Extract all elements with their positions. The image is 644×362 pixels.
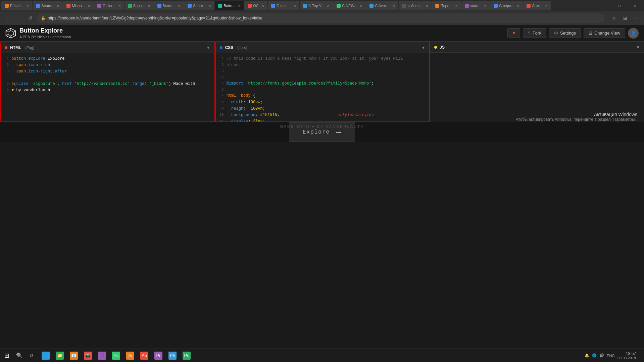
tab-close-4[interactable]: ✕ [148,4,150,8]
js-chevron-icon[interactable]: ▼ [636,45,640,50]
browser-tab-bar: Editab...✕Searc...✕Mishu...✕Galler...✕Sq… [0,0,644,11]
refresh-button[interactable]: ↺ [26,13,35,23]
tab-close-11[interactable]: ✕ [360,4,362,8]
forward-button[interactable]: › [14,13,23,23]
view-icon: ⊟ [589,31,592,36]
tab-close-17[interactable]: ✕ [545,4,548,8]
tab-close-5[interactable]: ✕ [178,4,181,8]
css-line-4: 4 [216,74,430,81]
taskbar-item-aftereffects[interactable]: Ae [138,349,151,362]
browser-tab-15[interactable]: state...✕ [461,1,490,10]
windows-activation: Активация Windows Чтобы активировать Win… [515,112,637,122]
tab-close-7[interactable]: ✕ [238,4,241,8]
tray-volume[interactable]: 🔊 [599,353,604,358]
win-activation-sub: Чтобы активировать Windows, перейдите в … [515,117,637,122]
tab-close-13[interactable]: ✕ [426,4,428,8]
back-button[interactable]: ‹ [3,13,12,23]
taskbar-item-photoshop2[interactable]: Ps [180,349,193,362]
start-button[interactable]: ⊞ [0,349,13,362]
win-activation-title: Активация Windows [515,112,637,117]
tab-close-14[interactable]: ✕ [455,4,458,8]
tab-close-1[interactable]: ✕ [57,4,59,8]
codepen-icon [5,28,16,39]
taskbar-item-ie[interactable]: 🌐 [39,349,52,362]
browser-tab-17[interactable]: Дом...✕ [523,1,551,10]
css-code-area[interactable]: 1// this code is such a mess right now !… [216,53,430,121]
tab-close-6[interactable]: ✕ [208,4,211,8]
browser-tab-6[interactable]: Searc...✕ [184,1,214,10]
js-panel: JS ▼ [430,42,644,122]
taskbar-item-files[interactable]: 📁 [53,349,66,362]
tab-close-10[interactable]: ✕ [327,4,330,8]
taskbar-item-illustrator[interactable]: Ai [123,349,137,362]
html-line-2: 2 span.icon-right [1,62,214,68]
star-button[interactable]: ☆ [609,13,618,23]
browser-tab-7[interactable]: Butto...✕ [215,1,244,10]
tray-notifications[interactable]: 🔔 [585,353,589,358]
browser-tab-10[interactable]: © Top V...✕ [300,1,333,10]
change-view-button[interactable]: ⊟ Change View [584,28,625,38]
avatar[interactable]: 👤 [628,28,639,39]
css-line-3: 3 [216,68,430,74]
browser-tab-2[interactable]: Mishu...✕ [63,1,94,10]
css-chevron-icon[interactable]: ▼ [421,45,425,50]
browser-tab-8[interactable]: OC✕ [244,1,267,10]
maximize-button[interactable]: □ [612,0,627,11]
html-line-1: 1button.explore Explore [1,56,214,62]
html-code-area[interactable]: 1button.explore Explore2 span.icon-right… [1,53,214,121]
tab-favicon-10 [303,4,307,8]
css-lang-label: CSS [225,45,234,50]
browser-tab-4[interactable]: Squa...✕ [125,1,154,10]
browser-tab-9[interactable]: G ratin...✕ [268,1,299,10]
task-view-button[interactable]: ⧉ [26,349,38,362]
settings-button[interactable]: ⚙ Settings [549,28,581,38]
tab-favicon-2 [66,4,70,8]
html-line-4: 4 [1,75,214,81]
browser-controls: ‹ › ↺ 🔒 https://codepen.io/vanderlanth/p… [0,11,644,25]
svg-line-6 [13,34,15,36]
preview-area: Explore ⟶ MADE WITH ♥ BY VANDERLANTH Акт… [0,122,644,142]
close-button[interactable]: ✕ [627,0,643,11]
tab-close-16[interactable]: ✕ [517,4,519,8]
taskbar-item-media[interactable]: 🎵 [95,349,109,362]
browser-tab-12[interactable]: C Avex...✕ [366,1,398,10]
taskbar-item-mail[interactable]: 📧 [67,349,81,362]
browser-tab-14[interactable]: Пере...✕ [432,1,461,10]
collections-button[interactable]: ⊞ [621,13,630,23]
show-desktop-button[interactable] [639,349,641,362]
taskbar-item-premiere[interactable]: Pr [152,349,165,362]
browser-tab-5[interactable]: Searc...✕ [154,1,184,10]
tab-close-9[interactable]: ✕ [293,4,296,8]
browser-tab-11[interactable]: C NEW...✕ [333,1,366,10]
heart-icon: ♥ [512,31,515,36]
tab-close-15[interactable]: ✕ [484,4,487,8]
tab-close-3[interactable]: ✕ [118,4,121,8]
html-panel: HTML (Pug) ▼ 1button.explore Explore2 sp… [0,42,215,122]
menu-button[interactable]: ⋯ [632,13,641,23]
tab-close-8[interactable]: ✕ [261,4,264,8]
js-lang-label: JS [440,45,445,50]
tab-close-12[interactable]: ✕ [392,4,395,8]
tab-close-2[interactable]: ✕ [88,4,90,8]
address-bar[interactable]: 🔒 https://codepen.io/vanderlanth/pen/LZW… [37,13,604,23]
minimize-button[interactable]: ─ [596,0,612,11]
search-button[interactable]: 🔍 [13,349,26,362]
css-panel: CSS (scss) ▼ 1// this code is such a mes… [215,42,430,122]
browser-tab-13[interactable]: ▽ Abou...✕ [399,1,431,10]
gear-icon: ⚙ [554,31,558,36]
tray-clock[interactable]: 18:57 03.03.2018 [617,351,636,360]
taskbar-item-photoshop[interactable]: Ps [109,349,123,362]
browser-tab-1[interactable]: Searc...✕ [33,1,63,10]
fork-button[interactable]: ⑂ Fork [523,28,546,38]
html-chevron-icon[interactable]: ▼ [206,45,210,50]
tab-close-0[interactable]: ✕ [26,4,29,8]
browser-tab-16[interactable]: G пере...✕ [490,1,523,10]
browser-tab-0[interactable]: Editab...✕ [1,1,32,10]
tray-network[interactable]: 🌐 [592,353,597,358]
heart-button[interactable]: ♥ [507,28,520,38]
address-text: https://codepen.io/vanderlanth/pen/LZWyG… [48,16,600,20]
taskbar-item-bridge[interactable]: Ph [166,349,179,362]
taskbar-item-photos[interactable]: 📷 [81,349,95,362]
browser-tab-3[interactable]: Galler...✕ [94,1,124,10]
css-line-8: 8 width: 100vw; [216,99,430,106]
